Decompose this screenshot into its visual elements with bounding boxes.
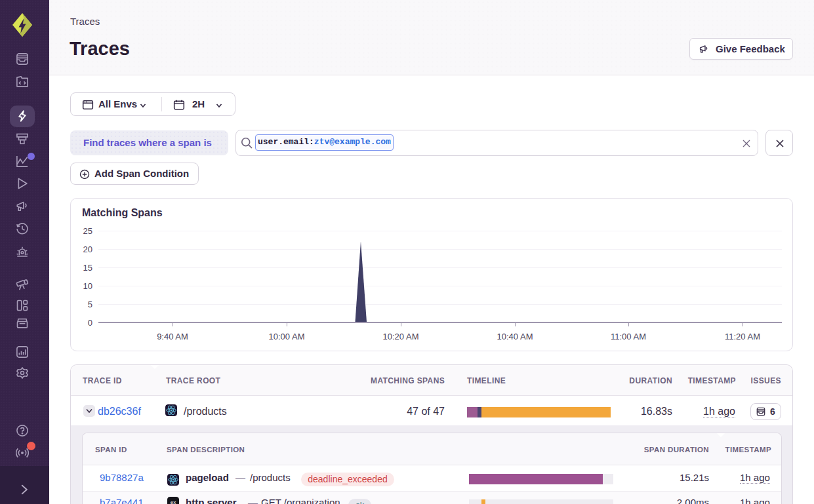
svg-text:ex: ex: [171, 499, 176, 504]
